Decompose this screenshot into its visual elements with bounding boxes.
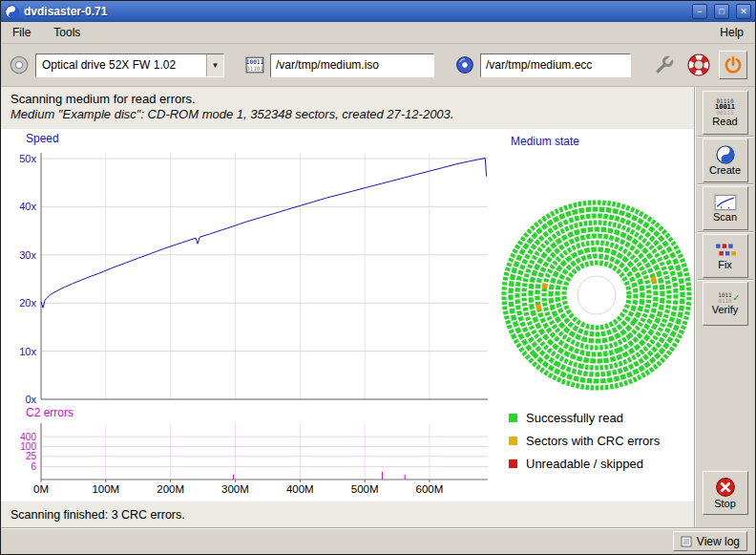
separator: [698, 183, 753, 185]
chart-icon: [714, 194, 737, 211]
charts-area: 0M100M200M300M400M500M600M0x10x20x30x40x…: [1, 129, 694, 502]
view-log-label: View log: [697, 535, 740, 548]
drive-select-combo[interactable]: Optical drive 52X FW 1.02 ▼: [35, 53, 224, 77]
status-line-2: Medium "Example disc": CD-ROM mode 1, 35…: [10, 107, 684, 121]
action-sidebar: 01110 10011 00111 Read Create: [694, 87, 755, 527]
app-window: dvdisaster-0.71 − □ ✕ File Tools Help Op…: [0, 0, 756, 555]
read-button[interactable]: 01110 10011 00111 Read: [703, 91, 748, 135]
maximize-icon[interactable]: □: [714, 4, 729, 19]
medium-state-title: Medium state: [499, 135, 694, 152]
statusbar: View log: [1, 527, 755, 554]
svg-text:25: 25: [26, 451, 37, 461]
speed-c2-chart: 0M100M200M300M400M500M600M0x10x20x30x40x…: [7, 129, 499, 502]
ecc-file-icon: [455, 55, 474, 75]
verify-button[interactable]: 1011 0110 ✓ Verify: [703, 282, 748, 326]
drive-select-value: Optical drive 52X FW 1.02: [36, 58, 206, 72]
menu-file[interactable]: File: [9, 24, 34, 41]
lifebuoy-icon: [687, 53, 710, 76]
create-button[interactable]: Create: [703, 139, 748, 182]
legend-swatch-crc: [509, 437, 517, 445]
medium-state-panel: Medium state Successfully read Sectors w…: [499, 129, 694, 502]
svg-text:50x: 50x: [19, 153, 36, 164]
stop-button-label: Stop: [714, 499, 736, 509]
svg-text:01101: 01101: [246, 65, 264, 72]
medium-state-legend: Successfully read Sectors with CRC error…: [499, 406, 694, 475]
close-icon[interactable]: ✕: [736, 4, 751, 19]
app-icon[interactable]: [5, 5, 19, 19]
fix-button-label: Fix: [718, 260, 732, 270]
menu-tools[interactable]: Tools: [50, 24, 84, 41]
legend-swatch-bad: [509, 459, 517, 468]
menu-help[interactable]: Help: [716, 24, 747, 41]
svg-text:C2 errors: C2 errors: [26, 406, 74, 419]
power-icon: [724, 55, 743, 75]
medium-state-disc: [501, 196, 692, 398]
scan-button-label: Scan: [713, 212, 737, 223]
minimize-icon[interactable]: −: [692, 4, 707, 19]
stop-button[interactable]: Stop: [703, 471, 748, 515]
yin-yang-icon: [716, 145, 735, 164]
svg-text:Speed: Speed: [26, 132, 59, 145]
menubar: File Tools Help: [1, 22, 755, 44]
svg-text:10x: 10x: [19, 346, 36, 357]
drive-icon: [9, 54, 30, 75]
toolbar: Optical drive 52X FW 1.02 ▼ 10011 01101: [1, 44, 755, 87]
svg-text:600M: 600M: [416, 483, 444, 495]
status-message-area: Scanning medium for read errors. Medium …: [1, 87, 694, 129]
legend-label-crc: Sectors with CRC errors: [526, 434, 660, 448]
verify-button-label: Verify: [712, 305, 739, 315]
preferences-button[interactable]: [650, 51, 679, 79]
fix-button[interactable]: Fix: [703, 234, 748, 278]
window-title: dvdisaster-0.71: [24, 5, 685, 18]
quit-button[interactable]: [719, 51, 747, 79]
separator: [698, 231, 753, 233]
svg-text:30x: 30x: [19, 249, 36, 261]
separator: [698, 279, 753, 281]
svg-text:20x: 20x: [19, 297, 36, 309]
speed-and-c2-plots: 0M100M200M300M400M500M600M0x10x20x30x40x…: [7, 129, 499, 502]
content-area: Scanning medium for read errors. Medium …: [1, 87, 694, 527]
svg-text:500M: 500M: [351, 483, 379, 495]
separator: [698, 136, 753, 138]
log-list-icon: [681, 536, 692, 547]
main-area: Scanning medium for read errors. Medium …: [1, 87, 755, 527]
svg-text:300M: 300M: [221, 483, 249, 495]
scan-result-status: Scanning finished: 3 CRC errors.: [1, 502, 694, 527]
svg-text:100: 100: [20, 441, 36, 452]
wrench-icon: [654, 54, 675, 75]
chevron-down-icon[interactable]: ▼: [206, 54, 223, 76]
svg-text:0x: 0x: [25, 394, 36, 405]
view-log-button[interactable]: View log: [673, 531, 747, 551]
legend-label-bad: Unreadable / skipped: [526, 457, 643, 471]
scan-button[interactable]: Scan: [703, 186, 748, 230]
help-button[interactable]: [684, 51, 713, 79]
svg-text:6: 6: [31, 461, 36, 472]
check-icon: ✓: [732, 293, 740, 303]
svg-text:40x: 40x: [19, 201, 36, 212]
create-button-label: Create: [709, 165, 741, 176]
status-line-1: Scanning medium for read errors.: [10, 92, 684, 106]
legend-row: Successfully read: [509, 406, 694, 429]
svg-text:400: 400: [20, 432, 36, 442]
legend-row: Sectors with CRC errors: [509, 429, 694, 452]
legend-swatch-good: [509, 414, 517, 422]
binary-icon: 01110 10011 00111: [715, 98, 735, 116]
iso-file-icon: 10011 01101: [245, 56, 264, 74]
fix-blocks-icon: [714, 242, 737, 259]
legend-label-good: Successfully read: [526, 411, 623, 425]
iso-path-input[interactable]: [270, 53, 434, 77]
svg-text:400M: 400M: [286, 483, 314, 495]
titlebar[interactable]: dvdisaster-0.71 − □ ✕: [1, 1, 755, 22]
svg-text:200M: 200M: [157, 483, 184, 495]
ecc-path-input[interactable]: [480, 53, 631, 77]
svg-text:0M: 0M: [33, 483, 49, 495]
scan-result-text: Scanning finished: 3 CRC errors.: [10, 508, 185, 522]
read-button-label: Read: [712, 117, 737, 127]
stop-icon: [715, 477, 736, 498]
svg-text:100M: 100M: [92, 483, 119, 495]
verify-binary-icon: 1011 0110 ✓: [718, 292, 731, 304]
legend-row: Unreadable / skipped: [509, 452, 694, 475]
speed-curve: [41, 159, 487, 309]
